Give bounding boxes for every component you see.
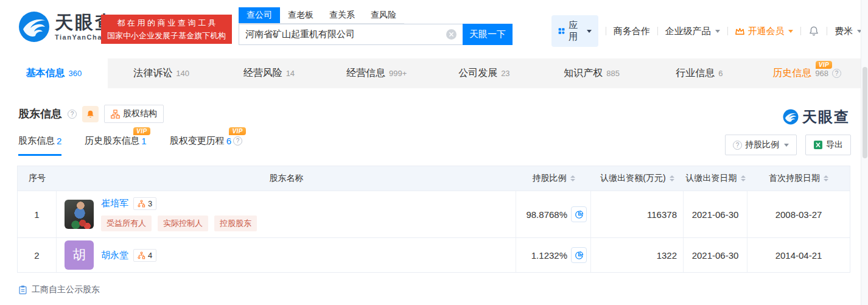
menu-cooperation[interactable]: 商务合作 [614,26,650,37]
tab-label: 法律诉讼 [133,67,172,80]
shareholder-letter-avatar[interactable]: 胡 [65,240,94,270]
tab-company-development[interactable]: 公司发展 23 [430,58,538,88]
slogan-banner: 都 在 用 的 商 业 查 询 工 具 国家中小企业发展子基金旗下机构 [101,15,232,44]
export-label: 导出 [826,139,843,150]
table-row: 2 胡 胡永堂 4 1 [18,237,850,272]
tianyancha-logo-icon [18,11,50,43]
header-label: 股东名称 [270,173,304,184]
subtab-label: 股东信息 [18,135,55,147]
search-button[interactable]: 天眼一下 [463,24,513,45]
org-chart-icon [138,200,145,208]
apps-menu[interactable]: 应用 [551,15,598,47]
tab-label: 知识产权 [564,67,603,80]
help-icon[interactable]: ? [832,69,841,78]
related-companies-badge[interactable]: 3 [133,197,156,210]
shareholder-name-link[interactable]: 崔培军 [101,198,128,209]
tag-beneficial-owner[interactable]: 受益所有人 [101,216,152,231]
apps-label: 应用 [569,19,581,43]
search-tabs: 查公司 查老板 查关系 查风险 [239,7,404,24]
tab-count: 6 [718,69,723,78]
tab-operating-risk[interactable]: 经营风险 14 [215,58,323,88]
table-header-row: 序号 股东名称 持股比例 认缴出资额(万元) 认缴出资日期 首次持股日期 [18,166,850,191]
equity-structure-button[interactable]: 股权结构 [104,105,164,123]
vip-badge: VIP [229,127,246,135]
related-count: 3 [148,199,152,208]
tab-label: 基本信息 [26,67,65,80]
user-menu[interactable]: 费米 [835,26,862,37]
menu-enterprise[interactable]: 企业级产品 [665,26,720,37]
tag-actual-controller[interactable]: 实际控制人 [158,216,208,231]
clear-search-icon[interactable] [446,29,457,40]
subtab-historical-shareholders[interactable]: VIP 历史股东信息 1 [85,135,146,154]
export-button[interactable]: 导出 [805,135,851,155]
divider [606,27,606,35]
ratio-filter-button[interactable]: ? 持股比例 [725,135,797,155]
bell-icon [86,110,95,119]
page-scrollbar[interactable] [861,0,868,305]
tab-industry-info[interactable]: 行业信息 6 [646,58,754,88]
tab-count: 140 [176,69,189,78]
search-input[interactable] [239,24,463,45]
cell-ratio: 1.1232% [516,238,591,272]
org-chart-icon [111,110,120,119]
shareholder-tags: 受益所有人 实际控制人 控股股东 [101,216,257,231]
header-label: 首次持股日期 [769,173,820,184]
tab-label: 行业信息 [676,67,715,80]
company-nav-tabs: 基本信息 360 法律诉讼 140 经营风险 14 经营信息 999+ 公司发展… [0,58,861,88]
divider [727,27,728,35]
search-tab-company[interactable]: 查公司 [239,7,280,23]
tag-controlling-shareholder[interactable]: 控股股东 [214,216,257,231]
sort-icon[interactable] [741,175,746,181]
chevron-down-icon [715,30,720,33]
help-icon[interactable]: ? [68,110,77,119]
tab-operating-info[interactable]: 经营信息 999+ [323,58,430,88]
scrollbar-thumb[interactable] [863,67,867,158]
related-companies-badge[interactable]: 4 [133,249,156,262]
search-row: 天眼一下 [239,24,513,45]
tab-label: 公司发展 [458,67,497,80]
tab-count: 14 [286,69,295,78]
shareholder-photo-avatar[interactable] [65,200,94,229]
ratio-value: 1.1232% [531,250,567,261]
header-index: 序号 [18,166,57,191]
header-ratio-sortable[interactable]: 持股比例 [516,166,591,191]
tab-count: 23 [501,69,509,78]
subtab-shareholders[interactable]: 股东信息 2 [18,135,61,156]
apps-grid-icon [558,26,565,36]
pie-chart-icon-button[interactable] [571,247,587,263]
search-tab-boss[interactable]: 查老板 [280,7,321,23]
subtab-equity-change-history[interactable]: VIP 股权变更历程 6 ? [170,135,242,154]
tab-basic-info[interactable]: 基本信息 360 [0,58,108,88]
subtab-count: 1 [141,136,146,146]
sort-icon[interactable] [824,175,828,181]
pie-chart-icon-button[interactable] [571,206,587,222]
tab-history-info[interactable]: VIP 历史信息 968 ? [753,58,861,88]
header-amount-sortable[interactable]: 认缴出资额(万元) [591,166,684,191]
help-icon[interactable]: ? [233,136,242,145]
notification-bell[interactable] [808,26,819,37]
clipboard-icon [18,285,27,295]
cell-amount: 116378 [591,191,684,237]
vip-badge: VIP [816,61,833,69]
footnote-text: 工商自主公示股东 [32,284,100,295]
sort-icon[interactable] [670,175,674,181]
search-tab-risk[interactable]: 查风险 [363,7,404,23]
subtab-count: 6 [226,136,231,146]
tianyancha-watermark: 天眼查 [783,107,850,127]
shareholder-name-link[interactable]: 胡永堂 [101,250,128,261]
chevron-down-icon [587,30,592,33]
header-date-sortable[interactable]: 认缴出资日期 [684,166,747,191]
tab-intellectual-property[interactable]: 知识产权 885 [538,58,646,88]
sort-icon[interactable] [570,175,575,181]
pie-chart-icon [575,210,584,219]
top-bar: 天眼查 TianYanCha.com 都 在 用 的 商 业 查 询 工 具 国… [0,0,861,58]
related-count: 4 [148,251,152,260]
header-first-date-sortable[interactable]: 首次持股日期 [747,166,850,191]
section-title: 股东信息 [18,107,62,121]
menu-vip[interactable]: 开通会员 [735,26,793,37]
subtab-label: 股权变更历程 [170,135,225,147]
search-tab-relation[interactable]: 查关系 [321,7,363,23]
tab-legal-proceedings[interactable]: 法律诉讼 140 [108,58,215,88]
subscribe-bell-button[interactable] [82,106,99,122]
search-area: 查公司 查老板 查关系 查风险 天眼一下 [239,7,513,45]
